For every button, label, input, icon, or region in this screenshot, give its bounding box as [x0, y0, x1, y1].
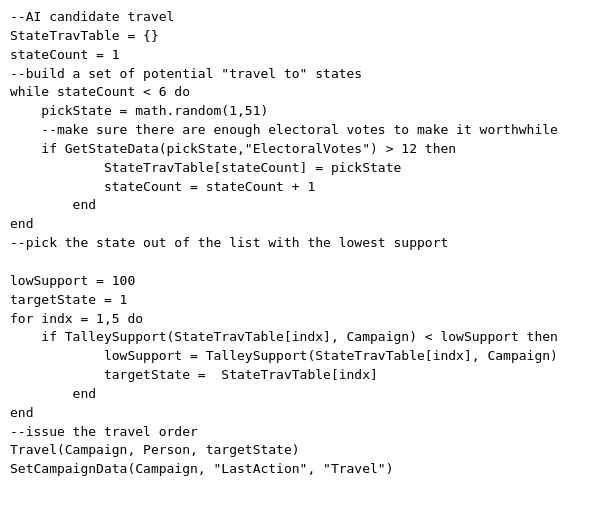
line-24: Travel(Campaign, Person, targetState): [10, 442, 300, 457]
line-7: --make sure there are enough electoral v…: [10, 122, 558, 137]
line-11: end: [10, 197, 96, 212]
line-6: pickState = math.random(1,51): [10, 103, 268, 118]
line-23: --issue the travel order: [10, 424, 198, 439]
line-15: lowSupport = 100: [10, 273, 135, 288]
line-9: StateTravTable[stateCount] = pickState: [10, 160, 401, 175]
line-22: end: [10, 405, 33, 420]
line-18: if TalleySupport(StateTravTable[indx], C…: [10, 329, 558, 344]
line-25: SetCampaignData(Campaign, "LastAction", …: [10, 461, 394, 476]
line-12: end: [10, 216, 33, 231]
line-5: while stateCount < 6 do: [10, 84, 190, 99]
code-container: --AI candidate travel StateTravTable = {…: [0, 0, 600, 515]
line-16: targetState = 1: [10, 292, 127, 307]
line-10: stateCount = stateCount + 1: [10, 179, 315, 194]
line-2: StateTravTable = {}: [10, 28, 159, 43]
line-8: if GetStateData(pickState,"ElectoralVote…: [10, 141, 456, 156]
code-block: --AI candidate travel StateTravTable = {…: [10, 8, 590, 479]
line-3: stateCount = 1: [10, 47, 120, 62]
line-19: lowSupport = TalleySupport(StateTravTabl…: [10, 348, 558, 363]
line-13: --pick the state out of the list with th…: [10, 235, 448, 250]
line-21: end: [10, 386, 96, 401]
line-4: --build a set of potential "travel to" s…: [10, 66, 362, 81]
line-1: --AI candidate travel: [10, 9, 174, 24]
line-20: targetState = StateTravTable[indx]: [10, 367, 378, 382]
line-17: for indx = 1,5 do: [10, 311, 143, 326]
